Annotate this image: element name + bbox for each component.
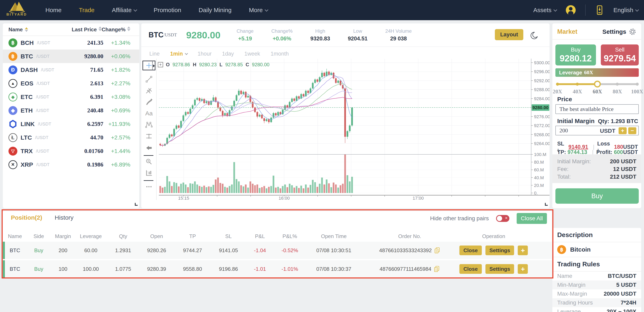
leverage-slider[interactable] bbox=[556, 83, 638, 85]
tf-1day[interactable]: 1day bbox=[222, 51, 234, 57]
tab-position[interactable]: Position(2) bbox=[11, 214, 42, 221]
zoom-in-icon[interactable] bbox=[145, 158, 152, 165]
watchlist-row-eos[interactable]: ▲EOS/USDT 2.613+2.27% bbox=[3, 77, 139, 90]
order-number: 487660977111465984 bbox=[380, 266, 431, 272]
chart-header: BTC /USDT 9280.00 Change+5.19 Change%+0.… bbox=[141, 24, 550, 47]
leverage-slider-knob[interactable] bbox=[594, 81, 601, 87]
margin-decrease-button[interactable]: − bbox=[628, 127, 636, 134]
nav-item-promotion[interactable]: Promotion bbox=[154, 7, 181, 14]
indicator-toggle-icon[interactable]: + bbox=[158, 62, 163, 67]
eth-coin-icon: ◆ bbox=[8, 106, 17, 115]
measure-tool-icon[interactable] bbox=[145, 169, 152, 177]
close-all-button[interactable]: Close All bbox=[517, 213, 547, 224]
svg-text:40.M: 40.M bbox=[534, 175, 544, 180]
watchlist-row-btc[interactable]: ฿BTC/USDT 9280.00+0.06% bbox=[3, 50, 139, 63]
language-selector[interactable]: English bbox=[614, 7, 638, 14]
watchlist-row-bch[interactable]: ฿BCH/USDT 241.35+1.34% bbox=[3, 36, 139, 50]
svg-text:0.: 0. bbox=[534, 191, 538, 196]
nav-item-trade[interactable]: Trade bbox=[79, 7, 94, 14]
avatar[interactable] bbox=[566, 5, 576, 15]
nav-item-home[interactable]: Home bbox=[46, 7, 62, 14]
sort-icon[interactable] bbox=[25, 27, 28, 32]
margin-increase-button[interactable]: + bbox=[618, 127, 627, 134]
watchlist-row-trx[interactable]: ▽TRX/USDT 0.01760+1.44% bbox=[3, 144, 139, 158]
long-accent-bar bbox=[3, 260, 5, 278]
projection-tool-icon[interactable] bbox=[145, 132, 152, 140]
add-margin-button[interactable]: + bbox=[518, 245, 528, 255]
crosshair-tool[interactable] bbox=[142, 61, 156, 70]
copy-icon[interactable] bbox=[434, 247, 440, 254]
sort-icon[interactable] bbox=[127, 27, 130, 33]
nav-item-affiliate[interactable]: Affiliate bbox=[112, 7, 136, 14]
tf-1hour[interactable]: 1hour bbox=[198, 51, 212, 57]
layout-button[interactable]: Layout bbox=[495, 29, 523, 40]
app-download-icon[interactable] bbox=[595, 5, 604, 15]
dark-mode-moon-icon[interactable] bbox=[529, 31, 538, 40]
back-arrow-icon[interactable] bbox=[145, 144, 152, 151]
text-tool-icon[interactable]: Aa bbox=[145, 110, 153, 117]
add-margin-button[interactable]: + bbox=[518, 264, 528, 274]
svg-text:15:15: 15:15 bbox=[178, 196, 189, 200]
close-position-button[interactable]: Close bbox=[459, 245, 482, 255]
price-input[interactable] bbox=[556, 104, 639, 114]
panel-resize-handle[interactable] bbox=[545, 203, 548, 206]
position-settings-button[interactable]: Settings bbox=[485, 245, 514, 255]
watchlist-row-dash[interactable]: ĐDASH/USDT 71.65+1.82% bbox=[3, 63, 139, 77]
candlestick-volume-chart[interactable]: 9300.009296.009292.009288.009284.009276.… bbox=[159, 59, 550, 200]
more-tools-icon[interactable] bbox=[145, 183, 152, 190]
brand-text: BITYARD bbox=[6, 13, 28, 17]
watchlist-row-link[interactable]: LINK/USDT 6.2597+11.93% bbox=[3, 117, 139, 131]
bityard-logo[interactable]: BITYARD bbox=[6, 1, 28, 17]
trendline-tool-icon[interactable] bbox=[145, 76, 152, 83]
chart-panel: BTC /USDT 9280.00 Change+5.19 Change%+0.… bbox=[141, 24, 550, 208]
pair-quote: /USDT bbox=[164, 32, 177, 38]
column-header-last-price[interactable]: Last Price bbox=[68, 27, 102, 33]
order-type-title[interactable]: Market bbox=[557, 28, 578, 35]
trading-screen: BITYARD Home Trade Affiliate Promotion D… bbox=[0, 0, 644, 312]
submit-buy-button[interactable]: Buy bbox=[556, 188, 639, 204]
tf-line[interactable]: Line bbox=[149, 51, 160, 57]
buy-price-button[interactable]: Buy9280.12 bbox=[556, 45, 596, 65]
rule-row-name: NameBTC/USDT bbox=[552, 272, 641, 280]
column-header-change[interactable]: Change% bbox=[102, 27, 130, 33]
brush-tool-icon[interactable] bbox=[145, 98, 152, 105]
bch-coin-icon: ฿ bbox=[8, 38, 17, 47]
sell-price-button[interactable]: Sell9279.54 bbox=[601, 45, 639, 65]
watchlist-row-ltc[interactable]: ŁLTC/USDT 44.70+2.57% bbox=[3, 131, 139, 144]
timeframe-bar: Line 1min 1hour 1day 1week 1month bbox=[149, 49, 289, 59]
description-panel: Description ฿ Bitcoin Trading Rules Name… bbox=[552, 228, 641, 312]
btc-coin-icon: ฿ bbox=[8, 52, 17, 61]
tf-1week[interactable]: 1week bbox=[244, 51, 260, 57]
nav-item-more[interactable]: More bbox=[249, 7, 267, 14]
copy-icon[interactable] bbox=[434, 265, 440, 272]
panel-resize-handle[interactable] bbox=[135, 203, 138, 206]
sort-icon[interactable] bbox=[98, 27, 102, 33]
position-settings-button[interactable]: Settings bbox=[485, 264, 514, 274]
tf-1month[interactable]: 1month bbox=[271, 51, 289, 57]
order-settings[interactable]: Settings bbox=[602, 28, 636, 36]
svg-text:9264.00: 9264.00 bbox=[534, 141, 550, 146]
tab-history[interactable]: History bbox=[55, 214, 74, 221]
link-coin-icon bbox=[8, 120, 17, 128]
svg-text:60.M: 60.M bbox=[534, 167, 544, 172]
column-header-name[interactable]: Name bbox=[8, 27, 68, 33]
close-position-button[interactable]: Close bbox=[459, 264, 482, 274]
assets-menu[interactable]: Assets bbox=[534, 7, 556, 14]
nav-item-daily-mining[interactable]: Daily Mining bbox=[198, 7, 232, 14]
watchlist-row-xrp[interactable]: ×XRP/USDT 0.1986+6.89% bbox=[3, 158, 139, 171]
top-nav: BITYARD Home Trade Affiliate Promotion D… bbox=[0, 0, 644, 20]
mountain-logo-icon bbox=[7, 1, 26, 13]
eos-coin-icon: ▲ bbox=[8, 79, 17, 88]
watchlist-row-eth[interactable]: ◆ETH/USDT 240.48+0.69% bbox=[3, 104, 139, 117]
hide-pairs-toggle[interactable]: × bbox=[496, 215, 510, 222]
watchlist-row-etc[interactable]: ◆ETC/USDT 6.391+3.08% bbox=[3, 90, 139, 104]
toolbar-divider bbox=[144, 155, 154, 156]
coin-description-row[interactable]: ฿ Bitcoin bbox=[552, 242, 641, 257]
chevron-down-icon bbox=[134, 8, 137, 12]
dash-coin-icon: Đ bbox=[8, 65, 17, 74]
pitchfork-tool-icon[interactable] bbox=[145, 87, 152, 94]
xabcd-pattern-tool-icon[interactable] bbox=[145, 121, 153, 128]
etc-coin-icon: ◆ bbox=[8, 93, 17, 101]
tf-1min[interactable]: 1min bbox=[170, 51, 187, 57]
rule-row-max-margin: Max-Margin20000 USDT bbox=[552, 289, 641, 298]
